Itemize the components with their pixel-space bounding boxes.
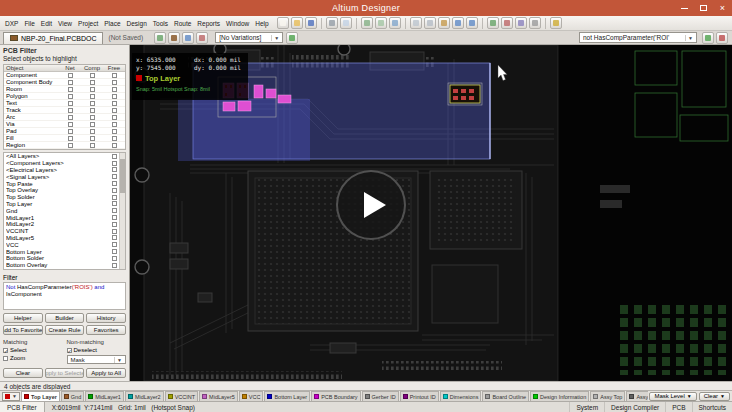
refresh-icon[interactable]: [154, 32, 166, 44]
new-document-icon[interactable]: [277, 17, 289, 29]
layer-tab[interactable]: PCB Boundary: [311, 391, 360, 401]
layer-checkbox[interactable]: [112, 174, 117, 179]
layer-checkbox[interactable]: [112, 235, 117, 240]
layer-tab[interactable]: Printout ID: [400, 391, 439, 401]
net-checkbox[interactable]: [68, 73, 73, 78]
filter-icon[interactable]: [487, 17, 499, 29]
zoom-area-icon[interactable]: [375, 17, 387, 29]
menu-item[interactable]: Project: [75, 18, 101, 29]
layer-tab[interactable]: Gnd: [61, 391, 84, 401]
layer-tab[interactable]: Gerber ID: [362, 391, 399, 401]
net-checkbox[interactable]: [68, 94, 73, 99]
option-checkbox[interactable]: [3, 348, 8, 353]
copy-icon[interactable]: [424, 17, 436, 29]
free-checkbox[interactable]: [112, 143, 117, 148]
panel-access-button[interactable]: Design Compiler: [604, 402, 665, 412]
free-checkbox[interactable]: [112, 122, 117, 127]
net-checkbox[interactable]: [68, 115, 73, 120]
menu-item[interactable]: Window: [223, 18, 252, 29]
layer-tab[interactable]: Top Layer: [21, 391, 60, 401]
menu-item[interactable]: Route: [171, 18, 194, 29]
layers-icon[interactable]: [515, 17, 527, 29]
net-checkbox[interactable]: [68, 143, 73, 148]
net-checkbox[interactable]: [68, 87, 73, 92]
layer-list-item[interactable]: Bottom Layer: [4, 248, 125, 255]
3d-view-icon[interactable]: [182, 32, 194, 44]
undo-icon[interactable]: [452, 17, 464, 29]
filter-tool-button[interactable]: Add To Favorites: [3, 325, 43, 335]
object-type-row[interactable]: Pad: [4, 128, 125, 135]
layer-list-item[interactable]: <Signal Layers>: [4, 173, 125, 180]
free-checkbox[interactable]: [112, 115, 117, 120]
cross-probe-icon[interactable]: [501, 17, 513, 29]
rules-check-icon[interactable]: [196, 32, 208, 44]
layer-list-item[interactable]: Top Overlay: [4, 187, 125, 194]
layers-scrollbar[interactable]: [119, 153, 125, 269]
comp-checkbox[interactable]: [90, 80, 95, 85]
menu-item[interactable]: Reports: [194, 18, 223, 29]
object-type-row[interactable]: Region: [4, 142, 125, 149]
menu-item[interactable]: Design: [124, 18, 150, 29]
layer-tab[interactable]: Design Information: [530, 391, 589, 401]
minimize-button[interactable]: [675, 0, 694, 16]
toolbar-separator[interactable]: [405, 18, 406, 29]
print-icon[interactable]: [326, 17, 338, 29]
comp-checkbox[interactable]: [90, 136, 95, 141]
filter-tool-button[interactable]: Builder: [45, 313, 85, 323]
layer-list-item[interactable]: Bottom Solder: [4, 255, 125, 262]
free-checkbox[interactable]: [112, 73, 117, 78]
layer-checkbox[interactable]: [112, 195, 117, 200]
menu-item[interactable]: Edit: [38, 18, 55, 29]
layer-checkbox[interactable]: [112, 263, 117, 268]
layer-list-item[interactable]: Top Solder: [4, 194, 125, 201]
comp-checkbox[interactable]: [90, 129, 95, 134]
free-checkbox[interactable]: [112, 87, 117, 92]
layer-checkbox[interactable]: [112, 167, 117, 172]
object-type-row[interactable]: Polygon: [4, 93, 125, 100]
non-matching-option[interactable]: Deselect: [67, 346, 127, 354]
filter-apply-button[interactable]: Clear: [3, 368, 43, 378]
layer-tab[interactable]: VCC: [239, 391, 264, 401]
comp-checkbox[interactable]: [90, 108, 95, 113]
net-checkbox[interactable]: [68, 101, 73, 106]
layer-list-item[interactable]: Top Paste: [4, 180, 125, 187]
layer-tab[interactable]: MidLayer1: [85, 391, 124, 401]
menu-item[interactable]: Place: [101, 18, 123, 29]
clear-mask-button[interactable]: Clear ▼: [699, 392, 730, 401]
layer-tab[interactable]: Bottom Layer: [264, 391, 310, 401]
free-checkbox[interactable]: [112, 136, 117, 141]
maximize-button[interactable]: [694, 0, 713, 16]
free-checkbox[interactable]: [112, 94, 117, 99]
layer-list-item[interactable]: <Component Layers>: [4, 160, 125, 167]
print-preview-icon[interactable]: [340, 17, 352, 29]
document-tab[interactable]: NBP-20_Final.PCBDOC: [3, 32, 103, 44]
mask-level-button[interactable]: Mask Level ▼: [649, 392, 696, 401]
filter-apply-button[interactable]: Apply to All: [86, 368, 126, 378]
matching-option[interactable]: Select: [3, 346, 63, 354]
option-checkbox[interactable]: [67, 348, 72, 353]
filter-expression-dropdown[interactable]: not HasCompParameter('ROI' ▼: [579, 32, 697, 43]
video-play-button[interactable]: [336, 170, 406, 240]
toolbar-separator[interactable]: [321, 18, 322, 29]
object-type-row[interactable]: Component: [4, 72, 125, 79]
layer-list-item[interactable]: VCC: [4, 241, 125, 248]
comp-checkbox[interactable]: [90, 101, 95, 106]
object-type-row[interactable]: Text: [4, 100, 125, 107]
layer-checkbox[interactable]: [112, 256, 117, 261]
net-checkbox[interactable]: [68, 136, 73, 141]
layer-list-item[interactable]: VCCINT: [4, 228, 125, 235]
mask-mode-dropdown[interactable]: Mask ▼: [67, 355, 127, 364]
filter-expression-editor[interactable]: Not HasCompParameter('ROIS') and IsCompo…: [3, 282, 126, 310]
layer-list-item[interactable]: Top Layer: [4, 201, 125, 208]
layer-tab[interactable]: Assy Bot: [626, 391, 648, 401]
menu-item[interactable]: File: [21, 18, 37, 29]
layer-checkbox[interactable]: [112, 215, 117, 220]
open-document-icon[interactable]: [291, 17, 303, 29]
filter-apply-button[interactable]: Apply to Selected: [45, 368, 85, 378]
menu-item[interactable]: Tools: [150, 18, 171, 29]
variations-dropdown[interactable]: [No Variations] ▼: [215, 32, 283, 43]
object-type-row[interactable]: Arc: [4, 114, 125, 121]
filter-tool-button[interactable]: Helper: [3, 313, 43, 323]
layer-list-item[interactable]: <All Layers>: [4, 153, 125, 160]
layer-checkbox[interactable]: [112, 249, 117, 254]
